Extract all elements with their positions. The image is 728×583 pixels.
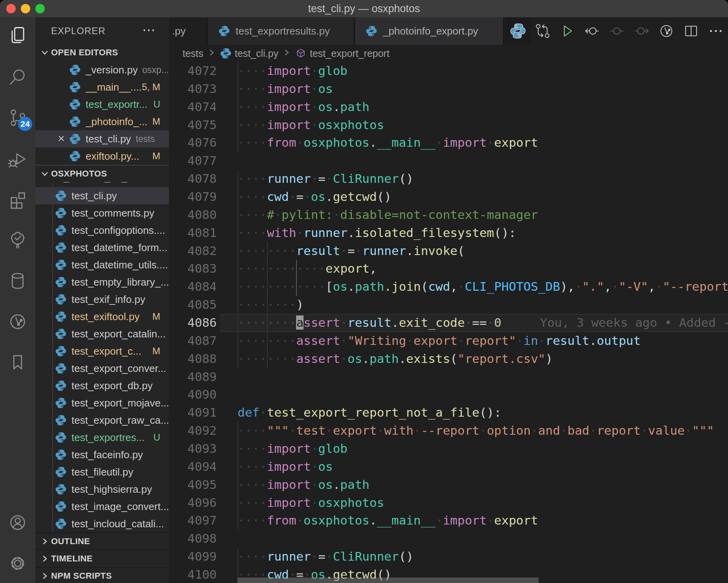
indent-guide: [238, 98, 238, 116]
code-token: path: [340, 100, 369, 114]
python-interpreter-icon[interactable]: [505, 17, 530, 45]
open-changes-icon[interactable]: [530, 17, 555, 45]
activity-account-icon[interactable]: [0, 504, 35, 541]
section-open-editors[interactable]: OPEN EDITORS: [35, 44, 169, 61]
git-status-badge: M: [152, 311, 160, 322]
indent-guide: [238, 422, 238, 440]
open-editor-item-__main__....[interactable]: __main__....5, M: [35, 78, 169, 96]
code-token: ····: [238, 171, 267, 186]
activity-settings-icon[interactable]: [0, 545, 35, 582]
activity-extensions-icon[interactable]: [0, 180, 35, 218]
tab-test_exportresults.py[interactable]: test_exportresults.py: [208, 17, 355, 45]
code-token: ····: [238, 459, 267, 474]
python-file-icon: [55, 397, 67, 409]
activity-run-and-debug-icon[interactable]: [0, 140, 35, 177]
code-token: ····: [238, 189, 267, 204]
tree-item-test_configoptions....[interactable]: test_configoptions....: [35, 222, 169, 239]
breadcrumb-item[interactable]: test_export_report: [295, 47, 390, 59]
section-timeline[interactable]: TIMELINE: [35, 550, 169, 567]
file-name: test_cli.py: [86, 133, 131, 145]
python-file-icon: [69, 116, 81, 128]
horizontal-scrollbar[interactable]: [238, 578, 539, 583]
tree-item-test_export_raw_ca...[interactable]: test_export_raw_ca...: [35, 412, 169, 429]
code-token: __main__: [377, 513, 435, 527]
tree-item-test_catalina_10_...[interactable]: test_catalina_10_...: [35, 182, 169, 186]
tree-item-test_datetime_utils....[interactable]: test_datetime_utils....: [35, 256, 169, 273]
line-number: 4096: [169, 494, 217, 512]
file-name: test_configoptions....: [71, 224, 165, 237]
activity-todo-tree-icon[interactable]: [0, 221, 35, 259]
section-npm-scripts[interactable]: NPM SCRIPTS: [35, 567, 169, 583]
code-token: ····: [238, 226, 267, 240]
open-editor-item-exiftool.py...[interactable]: exiftool.py...M: [35, 148, 169, 165]
tree-item-test_exif_info.py[interactable]: test_exif_info.py: [35, 291, 169, 308]
tree-item-test_fileutil.py[interactable]: test_fileutil.py: [35, 463, 169, 481]
file-name: test_comments.py: [71, 207, 154, 219]
tree-item-test_empty_library_...[interactable]: test_empty_library_...: [35, 273, 169, 291]
tree-item-test_highsierra.py[interactable]: test_highsierra.py: [35, 481, 169, 498]
breadcrumb-item[interactable]: tests: [183, 48, 203, 59]
tree-item-test_export_c...[interactable]: test_export_c...M: [35, 343, 169, 360]
tree-item-test_export_db.py[interactable]: test_export_db.py: [35, 377, 169, 394]
line-number: 4098: [169, 530, 217, 548]
file-name: test_incloud_catali...: [71, 518, 164, 530]
activity-database-icon[interactable]: [0, 262, 35, 300]
tab-.py[interactable]: .py: [169, 17, 207, 45]
git-status-badge: M: [152, 151, 160, 162]
indent-guide: [238, 350, 238, 368]
next-change-icon[interactable]: [629, 17, 654, 45]
activity-explorer-icon[interactable]: [0, 16, 35, 54]
tree-item-test_incloud_catali...[interactable]: test_incloud_catali...: [35, 515, 169, 532]
more-actions-icon[interactable]: [703, 17, 728, 45]
run-python-file-icon[interactable]: [555, 17, 580, 45]
tree-item-test_exportres...[interactable]: test_exportres...U: [35, 429, 169, 446]
previous-change-icon[interactable]: [580, 17, 604, 45]
chevron-right-icon: [207, 48, 216, 59]
tree-item-test_datetime_form...[interactable]: test_datetime_form...: [35, 239, 169, 256]
activity-search-icon[interactable]: [0, 58, 35, 96]
code-token: .: [391, 315, 399, 330]
breadcrumb-item[interactable]: test_cli.py: [220, 47, 278, 59]
activity-git-graph-icon[interactable]: [0, 303, 35, 341]
tree-item-test_export_mojave...[interactable]: test_export_mojave...: [35, 394, 169, 412]
code-token: ".": [582, 279, 604, 293]
sidebar-more-actions-icon[interactable]: ⋯: [142, 17, 155, 44]
code-editor[interactable]: 4072····import·glob4073····import·os4074…: [169, 62, 728, 583]
tree-item-test_cli.py[interactable]: test_cli.py: [35, 187, 169, 204]
close-icon[interactable]: ×: [55, 130, 68, 148]
line-number: 4078: [169, 170, 217, 188]
indent-guide: [238, 62, 238, 80]
tab-_photoinfo_export.py[interactable]: _photoinfo_export.py: [355, 17, 504, 45]
current-change-icon[interactable]: [604, 17, 629, 45]
python-file-icon: [366, 25, 377, 37]
code-token: ·=·: [340, 244, 362, 258]
code-token: ····: [238, 100, 267, 114]
python-file-icon: [55, 449, 67, 461]
file-name: test_export_conver...: [71, 363, 166, 375]
code-token: CLI_PHOTOS_DB: [465, 279, 560, 293]
tree-item-test_export_conver...[interactable]: test_export_conver...: [35, 360, 169, 377]
line-number: 4080: [169, 206, 217, 224]
tree-item-test_faceinfo.py[interactable]: test_faceinfo.py: [35, 446, 169, 463]
tree-item-test_image_convert...[interactable]: test_image_convert...: [35, 498, 169, 515]
open-editor-item-_photoinfo_...[interactable]: _photoinfo_...M: [35, 113, 169, 130]
python-file-icon: [69, 98, 81, 110]
code-token: osxphotos: [318, 496, 384, 510]
activity-source-control-icon[interactable]: 24: [0, 99, 35, 137]
section-project[interactable]: OSXPHOTOS: [35, 165, 169, 182]
tree-item-test_comments.py[interactable]: test_comments.py: [35, 204, 169, 222]
section-outline[interactable]: OUTLINE: [35, 532, 169, 550]
open-editor-item-test_exportr...[interactable]: test_exportr...U: [35, 96, 169, 113]
python-file-icon: [69, 133, 81, 145]
tree-item-test_exiftool.py[interactable]: test_exiftool.pyM: [35, 308, 169, 325]
line-number: 4086: [169, 314, 217, 332]
git-graph-view-icon[interactable]: [654, 17, 679, 45]
activity-bookmarks-icon[interactable]: [0, 344, 35, 381]
code-token: glob: [318, 441, 348, 455]
open-editor-item-test_cli.py[interactable]: × test_cli.pytests: [35, 130, 169, 148]
split-editor-icon[interactable]: [679, 17, 703, 45]
tree-item-test_export_catalin...[interactable]: test_export_catalin...: [35, 325, 169, 343]
open-editor-item-_version.py[interactable]: _version.pyosxp...: [35, 61, 169, 78]
code-line-4095: 4095····import·os.path: [169, 476, 728, 494]
file-name: test_exif_info.py: [71, 293, 145, 306]
